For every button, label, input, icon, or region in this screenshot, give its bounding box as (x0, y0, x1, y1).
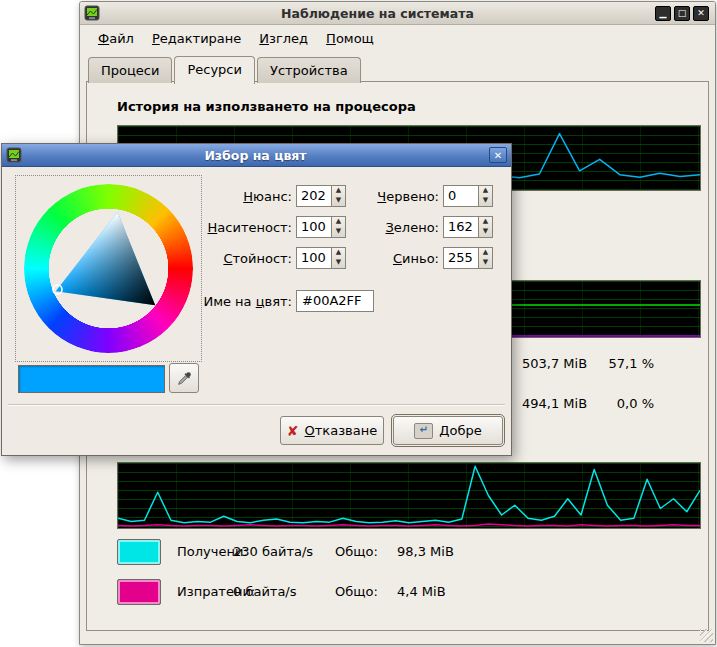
green-field: Зелено: 162 ▲▼ (349, 215, 493, 239)
saturation-field: Наситеност: 100 ▲▼ (182, 215, 346, 239)
saturation-down-arrow-icon[interactable]: ▼ (332, 227, 345, 237)
memory-used-value: 503,7 MiB (522, 354, 587, 374)
window-title: Наблюдение на системата (104, 6, 651, 21)
value-down-arrow-icon[interactable]: ▼ (332, 258, 345, 268)
menu-edit[interactable]: Редактиране (144, 28, 249, 49)
dialog-titlebar[interactable]: Избор на цвят ✕ (2, 144, 511, 167)
eyedropper-button[interactable] (169, 363, 199, 393)
ok-button[interactable]: ↵ Добре (393, 416, 503, 445)
blue-field: Синьо: 255 ▲▼ (349, 246, 493, 270)
tab-devices[interactable]: Устройства (257, 57, 361, 83)
color-preview-swatch (18, 365, 165, 393)
red-label: Червено: (349, 189, 439, 204)
red-up-arrow-icon[interactable]: ▲ (479, 186, 492, 196)
value-value[interactable]: 100 (297, 248, 331, 268)
menu-file[interactable]: Файл (90, 28, 142, 49)
swap-used-value: 494,1 MiB (522, 394, 587, 414)
color-name-field: Име на цвят: #00A2FF (182, 289, 374, 313)
network-legend-received: Получени: 230 байта/s Общо: 98,3 MiB (87, 539, 708, 567)
dialog-title: Избор на цвят (26, 148, 485, 163)
triangle-black-shade (56, 212, 156, 305)
received-color-button[interactable] (117, 539, 161, 565)
hsv-triangle[interactable] (16, 176, 201, 361)
tab-resources[interactable]: Ресурси (174, 56, 255, 84)
main-titlebar[interactable]: Наблюдение на системата ▁ □ ✕ (80, 2, 715, 25)
color-name-input[interactable]: #00A2FF (296, 290, 374, 312)
red-field: Червено: 0 ▲▼ (349, 184, 493, 208)
value-spinbox[interactable]: 100 ▲▼ (296, 247, 346, 269)
hue-up-arrow-icon[interactable]: ▲ (332, 186, 345, 196)
action-area-separator (8, 404, 505, 406)
cancel-x-icon: ✘ (287, 423, 299, 439)
blue-spinbox[interactable]: 255 ▲▼ (443, 247, 493, 269)
sent-rate: 0 байта/s (233, 579, 297, 605)
value-label: Стойност: (182, 251, 292, 266)
red-value[interactable]: 0 (444, 186, 478, 206)
green-spinbox[interactable]: 162 ▲▼ (443, 216, 493, 238)
network-history-chart (117, 462, 701, 529)
sent-total-label: Общо: (335, 579, 378, 605)
saturation-label: Наситеност: (182, 220, 292, 235)
hue-down-arrow-icon[interactable]: ▼ (332, 196, 345, 206)
saturation-value[interactable]: 100 (297, 217, 331, 237)
green-up-arrow-icon[interactable]: ▲ (479, 217, 492, 227)
blue-down-arrow-icon[interactable]: ▼ (479, 258, 492, 268)
green-down-arrow-icon[interactable]: ▼ (479, 227, 492, 237)
ok-enter-icon: ↵ (414, 423, 433, 439)
value-up-arrow-icon[interactable]: ▲ (332, 248, 345, 258)
sent-color-button[interactable] (117, 579, 161, 605)
green-label: Зелено: (349, 220, 439, 235)
cancel-button[interactable]: ✘ Отказване (280, 416, 384, 445)
red-spinbox[interactable]: 0 ▲▼ (443, 185, 493, 207)
dialog-icon (6, 147, 22, 163)
received-rate: 230 байта/s (233, 539, 313, 565)
red-down-arrow-icon[interactable]: ▼ (479, 196, 492, 206)
hue-field: Нюанс: 202 ▲▼ (182, 184, 346, 208)
green-value[interactable]: 162 (444, 217, 478, 237)
menu-help[interactable]: Помощ (318, 28, 382, 49)
dialog-close-button[interactable]: ✕ (489, 147, 507, 163)
network-legend-sent: Изпратени: 0 байта/s Общо: 4,4 MiB (87, 579, 708, 607)
received-total-label: Общо: (335, 539, 378, 565)
saturation-up-arrow-icon[interactable]: ▲ (332, 217, 345, 227)
sent-total: 4,4 MiB (397, 579, 446, 605)
saturation-spinbox[interactable]: 100 ▲▼ (296, 216, 346, 238)
window-controls: ▁ □ ✕ (655, 6, 709, 21)
desktop: Наблюдение на системата ▁ □ ✕ Файл Редак… (0, 0, 717, 647)
menubar: Файл Редактиране Изглед Помощ (80, 25, 715, 52)
blue-value[interactable]: 255 (444, 248, 478, 268)
hue-spinbox[interactable]: 202 ▲▼ (296, 185, 346, 207)
hue-label: Нюанс: (182, 189, 292, 204)
value-field: Стойност: 100 ▲▼ (182, 246, 346, 270)
minimize-button[interactable]: ▁ (655, 6, 671, 21)
ok-button-label: Добре (439, 423, 481, 438)
cancel-button-label: Отказване (305, 423, 378, 438)
tab-bar: Процеси Ресурси Устройства (88, 55, 363, 83)
color-name-label: Име на цвят: (182, 294, 292, 309)
color-wheel[interactable] (15, 175, 202, 362)
menu-view[interactable]: Изглед (251, 28, 316, 49)
hue-value[interactable]: 202 (297, 186, 331, 206)
close-button[interactable]: ✕ (693, 6, 709, 21)
swap-used-percent: 0,0 % (582, 394, 654, 414)
memory-used-percent: 57,1 % (582, 354, 654, 374)
tab-processes[interactable]: Процеси (88, 57, 172, 83)
eyedropper-icon (170, 370, 198, 387)
app-icon (84, 5, 100, 21)
received-total: 98,3 MiB (397, 539, 454, 565)
maximize-button[interactable]: □ (674, 6, 690, 21)
color-picker-dialog: Избор на цвят ✕ (1, 143, 512, 456)
blue-label: Синьо: (349, 251, 439, 266)
blue-up-arrow-icon[interactable]: ▲ (479, 248, 492, 258)
resize-grip[interactable] (700, 629, 713, 642)
cpu-history-heading: История на използването на процесора (117, 99, 416, 114)
